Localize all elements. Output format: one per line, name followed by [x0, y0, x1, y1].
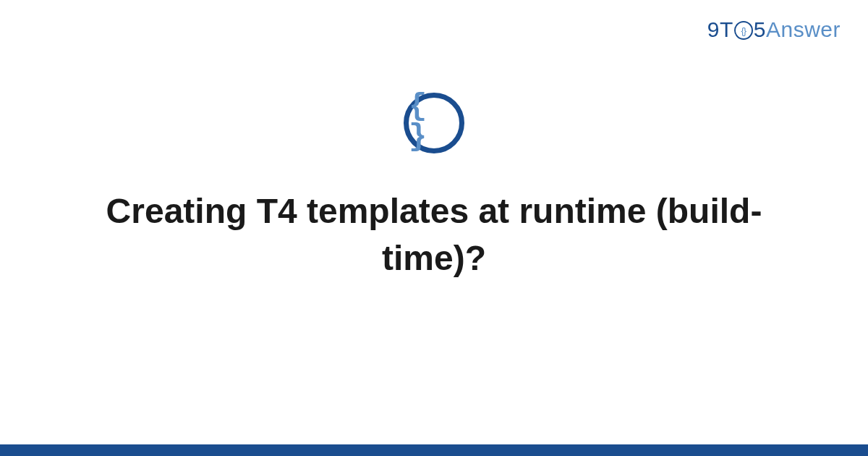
logo-circle-inner-glyph: {} — [741, 25, 746, 36]
footer-accent-bar — [0, 444, 868, 456]
main-content: { } Creating T4 templates at runtime (bu… — [0, 93, 868, 282]
page-title: Creating T4 templates at runtime (build-… — [72, 188, 796, 282]
site-logo: 9T {} 5 Answer — [707, 17, 841, 42]
category-icon-circle: { } — [404, 93, 464, 153]
code-braces-icon: { } — [409, 91, 459, 152]
logo-circle-icon: {} — [734, 21, 753, 40]
header-logo: 9T {} 5 Answer — [707, 17, 841, 42]
logo-text-5: 5 — [754, 17, 766, 42]
logo-text-9t: 9T — [707, 17, 733, 42]
logo-text-answer: Answer — [766, 17, 841, 42]
